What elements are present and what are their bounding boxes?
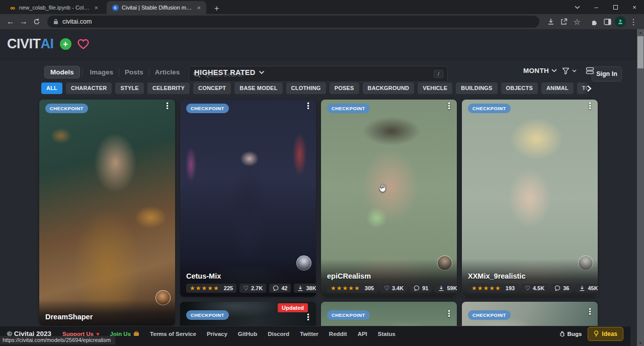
tab-civitai[interactable]: c Civitai | Stable Diffusion models, × [107, 1, 206, 14]
privacy-link[interactable]: Privacy [207, 331, 227, 337]
scroll-up-icon[interactable]: ▲ [637, 29, 644, 35]
chip-buildings[interactable]: BUILDINGS [456, 82, 497, 94]
filter-dropdown[interactable] [562, 67, 577, 74]
status-url-bubble: https://civitai.com/models/25694/epicrea… [0, 336, 115, 344]
close-tab-icon[interactable]: × [93, 4, 100, 12]
card-layout-icon[interactable] [586, 67, 594, 74]
card-menu-kebab-icon[interactable]: ⋮ [445, 309, 453, 319]
chip-animal[interactable]: ANIMAL [541, 82, 574, 94]
chip-all[interactable]: ALL [41, 82, 62, 94]
tab-posts[interactable]: Posts [119, 66, 149, 78]
close-tab-icon[interactable]: × [195, 4, 202, 12]
heart-icon: ♡ [384, 285, 389, 291]
ideas-button[interactable]: Ideas [588, 327, 623, 341]
downloads-pill: 45K [576, 284, 598, 293]
address-bar[interactable]: civitai.com [47, 16, 539, 28]
chip-style[interactable]: STYLE [115, 82, 143, 94]
comment-icon [414, 285, 420, 291]
browser-tab-strip: ∞ new_colab_file.ipynb - Colaborat × c C… [0, 0, 644, 14]
discord-link[interactable]: Discord [268, 331, 289, 337]
back-icon[interactable]: ← [4, 15, 17, 28]
new-tab-button[interactable]: + [211, 4, 222, 14]
model-card-xxmix9realistic[interactable]: CHECKPOINT ⋮ XXMix_9realistic ★★★★★ 193 … [462, 100, 598, 297]
chip-vehicle[interactable]: VEHICLE [418, 82, 452, 94]
chip-background[interactable]: BACKGROUND [363, 82, 415, 94]
chevron-down-icon [551, 69, 557, 72]
rating-pill: ★★★★★ 225 [186, 284, 236, 293]
card-overlay: DreamShaper [39, 300, 175, 326]
tab-articles[interactable]: Articles [149, 66, 186, 78]
checkpoint-badge: CHECKPOINT [327, 310, 370, 320]
heart-icon: ♡ [243, 285, 249, 291]
civitai-logo[interactable]: CIVITAI [7, 36, 54, 52]
briefcase-icon [133, 331, 139, 336]
api-link[interactable]: API [358, 331, 367, 337]
favorites-heart-icon[interactable] [77, 38, 90, 50]
model-card-epicrealism[interactable]: CHECKPOINT ⋮ epiCRealism ★★★★★ 305 ♡3.4K… [321, 100, 457, 297]
download-icon [438, 285, 444, 291]
forward-icon[interactable]: → [17, 15, 30, 28]
filter-funnel-icon [562, 67, 570, 74]
nav-right-controls: MONTH [523, 67, 594, 74]
maximize-button[interactable] [606, 0, 625, 14]
downloads-pill: 38K [294, 284, 316, 293]
sign-in-button[interactable]: Sign In [592, 66, 622, 81]
card-menu-kebab-icon[interactable]: ⋮ [586, 307, 594, 317]
tab-colab[interactable]: ∞ new_colab_file.ipynb - Colaborat × [4, 1, 104, 14]
rating-pill: ★★★★★ 305 [327, 284, 377, 293]
terms-link[interactable]: Terms of Service [150, 331, 196, 337]
heart-icon: ♡ [525, 285, 530, 291]
status-link[interactable]: Status [378, 331, 395, 337]
scrollbar-thumb[interactable] [637, 36, 643, 68]
star-icons: ★★★★★ [471, 285, 501, 291]
chip-poses[interactable]: POSES [330, 82, 359, 94]
chip-clothing[interactable]: CLOTHING [286, 82, 326, 94]
tab-search-chevron-icon[interactable] [568, 0, 587, 14]
card-menu-kebab-icon[interactable]: ⋮ [304, 101, 312, 111]
profile-avatar[interactable] [614, 15, 627, 28]
tab-images[interactable]: Images [85, 66, 119, 78]
join-us-link[interactable]: Join Us [110, 331, 140, 337]
chip-concept[interactable]: CONCEPT [193, 82, 231, 94]
reddit-link[interactable]: Reddit [329, 331, 347, 337]
browser-menu-kebab-icon[interactable]: ⋮ [627, 15, 640, 28]
model-title: DreamShaper [45, 313, 169, 321]
downloads-pill: 59K [435, 284, 457, 293]
scroll-down-icon[interactable]: ▼ [637, 340, 644, 346]
card-menu-kebab-icon[interactable]: ⋮ [163, 101, 172, 111]
model-card-cetus-mix[interactable]: CHECKPOINT ⋮ Cetus-Mix ★★★★★ 225 ♡2.7K 4… [180, 100, 316, 297]
bugs-link[interactable]: Bugs [559, 331, 582, 337]
extensions-puzzle-icon[interactable] [588, 15, 601, 28]
card-menu-kebab-icon[interactable]: ⋮ [445, 101, 453, 111]
card-menu-kebab-icon[interactable]: ⋮ [304, 312, 312, 322]
side-panel-icon[interactable] [601, 15, 614, 28]
download-icon[interactable] [544, 15, 557, 28]
github-link[interactable]: GitHub [238, 331, 257, 337]
page-scrollbar[interactable]: ▲ ▼ [637, 29, 644, 346]
model-card-dreamshaper[interactable]: CHECKPOINT ⋮ DreamShaper [39, 100, 175, 326]
model-title: epiCRealism [327, 272, 451, 280]
chip-celebrity[interactable]: CELEBRITY [147, 82, 190, 94]
tab-models[interactable]: Models [44, 66, 80, 78]
minimize-button[interactable]: – [587, 0, 606, 14]
share-icon[interactable] [557, 15, 571, 28]
sort-dropdown[interactable]: HIGHEST RATED [194, 68, 264, 76]
chips-scroll-right-icon[interactable] [583, 82, 596, 95]
chip-character[interactable]: CHARACTER [66, 82, 112, 94]
tab-title: new_colab_file.ipynb - Colaborat [19, 5, 90, 11]
close-window-button[interactable]: × [625, 0, 644, 14]
card-stats: ★★★★★ 193 ♡4.5K 36 45K [468, 284, 592, 293]
period-dropdown[interactable]: MONTH [523, 67, 557, 74]
chip-objects[interactable]: OBJECTS [501, 82, 538, 94]
card-menu-kebab-icon[interactable]: ⋮ [586, 101, 594, 111]
card-overlay: epiCRealism ★★★★★ 305 ♡3.4K 91 59K [321, 259, 457, 297]
site-header: CIVITAI + / Sign In [0, 29, 644, 59]
twitter-link[interactable]: Twitter [300, 331, 318, 337]
chevron-down-icon [572, 69, 577, 72]
comments-pill: 91 [410, 284, 432, 293]
chip-base-model[interactable]: BASE MODEL [234, 82, 282, 94]
bookmark-star-icon[interactable]: ☆ [571, 15, 584, 28]
reload-icon[interactable] [30, 15, 43, 28]
card-stats: ★★★★★ 225 ♡2.7K 42 38K [186, 284, 310, 293]
upload-plus-button[interactable]: + [60, 38, 71, 50]
